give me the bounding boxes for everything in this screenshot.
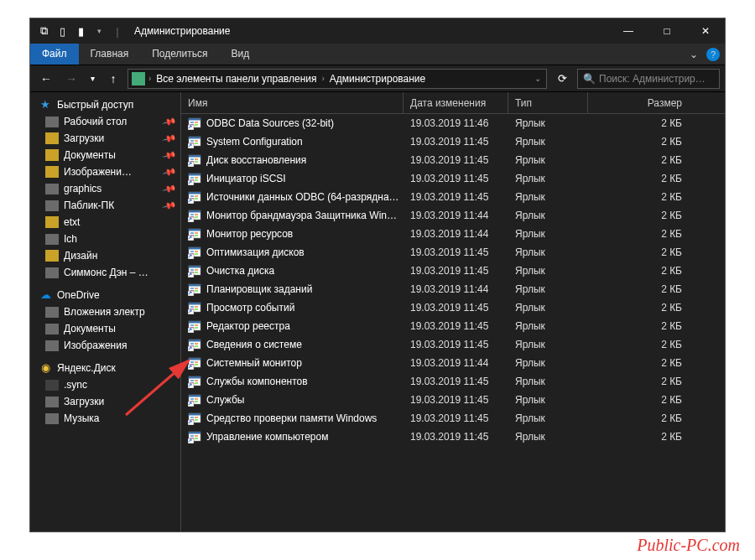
sidebar-item[interactable]: Симмонс Дэн – … (30, 264, 180, 281)
sidebar-item[interactable]: Изображени…📌 (30, 163, 180, 180)
sidebar-item[interactable]: Загрузки (30, 393, 180, 410)
sidebar-item[interactable]: ◉Яндекс.Диск (30, 359, 180, 376)
file-row[interactable]: Службы19.03.2019 11:45Ярлык2 КБ (181, 391, 725, 409)
file-row[interactable]: Планировщик заданий19.03.2019 11:44Ярлык… (181, 280, 725, 298)
file-row[interactable]: ODBC Data Sources (32-bit)19.03.2019 11:… (181, 114, 725, 132)
qat-dropdown-icon[interactable]: ▾ (92, 24, 106, 38)
pin-icon: 📌 (162, 164, 178, 179)
sidebar-item[interactable]: Документы📌 (30, 147, 180, 163)
svg-rect-73 (195, 306, 198, 308)
svg-rect-114 (190, 417, 194, 418)
qat-properties-icon[interactable]: ▯ (55, 24, 69, 38)
search-input[interactable]: 🔍 Поиск: Администрир… (577, 69, 720, 89)
watermark: Public-PC.com (637, 536, 740, 555)
ribbon-expand-icon[interactable]: ⌄ (690, 49, 698, 60)
svg-rect-33 (195, 198, 198, 200)
navigation-pane[interactable]: ★Быстрый доступРабочий стол📌Загрузки📌Док… (30, 92, 181, 531)
file-date: 19.03.2019 11:44 (404, 228, 508, 240)
close-button[interactable]: ✕ (686, 18, 725, 44)
column-type[interactable]: Тип (508, 92, 588, 113)
file-size: 2 КБ (588, 228, 689, 240)
nav-history-button[interactable]: ▾ (86, 70, 99, 88)
sidebar-item[interactable]: Вложения электр (30, 303, 180, 320)
file-row[interactable]: Оптимизация дисков19.03.2019 11:45Ярлык2… (181, 243, 725, 262)
breadcrumb[interactable]: Все элементы панели управления (154, 73, 318, 85)
svg-rect-44 (190, 232, 194, 234)
svg-rect-66 (195, 288, 198, 289)
file-row[interactable]: Системный монитор19.03.2019 11:44Ярлык2 … (181, 354, 725, 372)
tab-home[interactable]: Главная (79, 44, 141, 65)
sidebar-item[interactable]: Ich (30, 231, 180, 247)
qat-newfolder-icon[interactable]: ▮ (74, 24, 87, 38)
yandex-disk-icon: ◉ (39, 361, 52, 374)
address-bar[interactable]: › Все элементы панели управления › Админ… (128, 69, 547, 89)
file-row[interactable]: Средство проверки памяти Windows19.03.20… (181, 409, 725, 428)
refresh-button[interactable]: ⟳ (550, 69, 574, 89)
tab-share[interactable]: Поделиться (140, 44, 219, 65)
nav-up-button[interactable]: ↑ (102, 70, 124, 88)
maximize-button[interactable]: □ (648, 18, 686, 44)
column-date[interactable]: Дата изменения (404, 92, 508, 113)
file-row[interactable]: Очистка диска19.03.2019 11:45Ярлык2 КБ (181, 262, 725, 280)
svg-rect-96 (195, 364, 198, 366)
file-type: Ярлык (508, 339, 588, 350)
sidebar-item[interactable]: Документы (30, 320, 180, 337)
sidebar-item-label: Документы (64, 149, 116, 161)
breadcrumb[interactable]: Администрирование (328, 73, 427, 85)
sidebar-item[interactable]: Загрузки📌 (30, 130, 180, 147)
file-name: Инициатор iSCSI (206, 173, 286, 184)
svg-rect-72 (190, 306, 194, 308)
file-list[interactable]: Имя Дата изменения Тип Размер ODBC Data … (181, 92, 725, 531)
file-row[interactable]: Сведения о системе19.03.2019 11:45Ярлык2… (181, 335, 725, 354)
file-row[interactable]: Монитор ресурсов19.03.2019 11:44Ярлык2 К… (181, 225, 725, 243)
sidebar-item[interactable]: .sync (30, 376, 180, 393)
sidebar-item[interactable]: Рабочий стол📌 (30, 113, 180, 130)
file-date: 19.03.2019 11:45 (404, 154, 508, 166)
help-icon[interactable]: ? (706, 48, 720, 61)
sidebar-item[interactable]: Изображения (30, 337, 180, 354)
tab-file[interactable]: Файл (30, 44, 79, 65)
qat-icons: ⧉ ▯ ▮ ▾ | (30, 24, 131, 38)
file-size: 2 КБ (588, 246, 689, 258)
chevron-right-icon[interactable]: › (147, 74, 153, 83)
svg-rect-38 (195, 214, 198, 215)
file-row[interactable]: Монитор брандмауэра Защитника Win…19.03.… (181, 206, 725, 225)
sidebar-item[interactable]: etxt (30, 214, 180, 231)
svg-rect-12 (195, 143, 198, 144)
svg-rect-122 (195, 435, 198, 437)
nav-back-button[interactable]: ← (35, 70, 57, 88)
file-row[interactable]: Источники данных ODBC (64-разрядна…19.03… (181, 188, 725, 206)
chevron-right-icon[interactable]: › (320, 74, 325, 83)
nav-forward-button[interactable]: → (60, 70, 82, 88)
tab-view[interactable]: Вид (219, 44, 261, 65)
sidebar-item[interactable]: ★Быстрый доступ (30, 96, 180, 113)
file-row[interactable]: Просмотр событий19.03.2019 11:45Ярлык2 К… (181, 298, 725, 317)
chevron-down-icon[interactable]: ⌄ (533, 74, 543, 83)
file-type: Ярлык (508, 302, 588, 314)
file-row[interactable]: System Configuration19.03.2019 11:45Ярлы… (181, 132, 725, 151)
sidebar-item[interactable]: graphics📌 (30, 180, 180, 197)
svg-rect-71 (189, 303, 200, 305)
file-date: 19.03.2019 11:44 (404, 210, 508, 221)
column-name[interactable]: Имя (181, 92, 404, 113)
svg-rect-101 (195, 380, 198, 381)
file-row[interactable]: Диск восстановления19.03.2019 11:45Ярлык… (181, 151, 725, 169)
file-type: Ярлык (508, 117, 588, 129)
file-row[interactable]: Службы компонентов19.03.2019 11:45Ярлык2… (181, 372, 725, 391)
minimize-button[interactable]: — (609, 18, 648, 44)
file-size: 2 КБ (588, 191, 689, 203)
file-row[interactable]: Управление компьютером19.03.2019 11:45Яр… (181, 428, 725, 446)
svg-rect-2 (190, 122, 194, 123)
column-size[interactable]: Размер (588, 92, 689, 113)
sidebar-item-label: Ich (64, 233, 77, 245)
sidebar-item[interactable]: Дизайн (30, 247, 180, 264)
svg-rect-15 (189, 155, 200, 158)
app-icon: ⧉ (37, 24, 50, 38)
file-row[interactable]: Инициатор iSCSI19.03.2019 11:45Ярлык2 КБ (181, 169, 725, 188)
sidebar-item[interactable]: Музыка (30, 410, 180, 427)
sidebar-item[interactable]: Паблик-ПК📌 (30, 197, 180, 214)
sidebar-item[interactable]: ☁OneDrive (30, 286, 180, 303)
file-row[interactable]: Редактор реестра19.03.2019 11:45Ярлык2 К… (181, 317, 725, 335)
shortcut-icon (188, 393, 201, 407)
title-bar[interactable]: ⧉ ▯ ▮ ▾ | Администрирование — □ ✕ (30, 18, 725, 44)
